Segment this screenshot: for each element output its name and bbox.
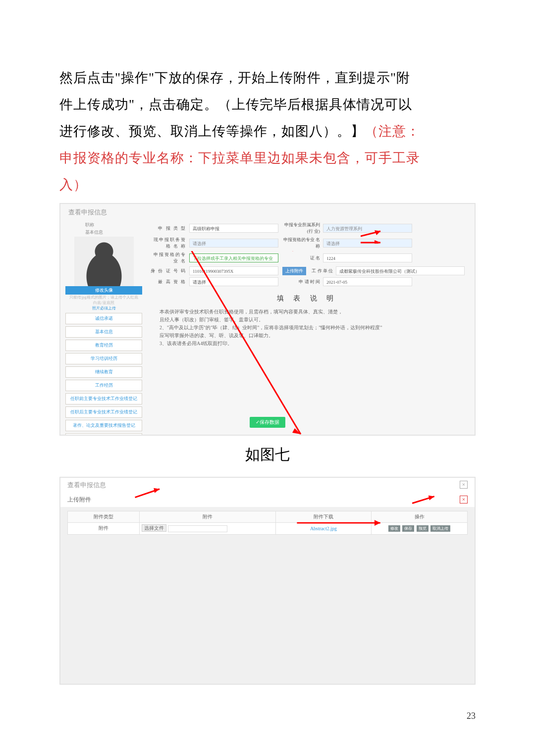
choose-file-button[interactable]: 选择文件 (142, 524, 166, 532)
form-label: 申报专业所属系列 (行 业) (278, 222, 323, 235)
fill-line: 本表供评审专业技术职务任职资格使用，且需存档，填写内容要具体、真实、清楚， (160, 308, 455, 316)
form-value: 11010119900307395X (189, 266, 278, 275)
para-line1: 然后点击"操作"下放的保存，开始上传附件，直到提示"附 (59, 70, 410, 85)
fill-line: 2、"高中及以上学历"的"毕（肄、结）业时间"，应将非选择项用笔划去；"懂何种外… (160, 324, 455, 332)
form-label: 申 请 时 间 (278, 279, 323, 285)
file-path-field (168, 525, 227, 532)
red-annotation-arrows-top (361, 229, 400, 244)
form-label: 最 高 资 格 (150, 279, 189, 285)
sidebar-item[interactable]: 任职后主要专业技术工作业绩登记 (65, 406, 142, 418)
op-save-button[interactable]: 保存 (402, 525, 414, 532)
op-cancel-upload-button[interactable]: 取消上传 (430, 525, 450, 532)
avatar-note3: 照片必须上传 (65, 305, 142, 311)
form-label: 身 份 证 号 码 (150, 268, 189, 274)
warn-part2: 申报资格的专业名称：下拉菜单里边如果未包含，可手工录 (59, 151, 420, 165)
form-label: 申报资格的专业 名 (150, 252, 189, 264)
sidebar-item[interactable]: 继续教育 (65, 366, 142, 378)
avatar-button[interactable]: 修改头像 (65, 286, 142, 295)
sidebar-item[interactable]: 诚信承诺 (65, 313, 142, 324)
fill-line: 且经人事（职改）部门审核、签字、盖章认可。 (160, 316, 455, 324)
save-data-button[interactable]: ✓保存数据 (250, 417, 285, 428)
avatar-note1: 只能传jpg格式的图片；请上传个人红底 (65, 295, 142, 300)
upload-attachment-button[interactable]: 上传附件 (282, 267, 306, 275)
svg-marker-1 (292, 428, 301, 434)
avatar-placeholder (74, 237, 134, 286)
form-label: 申报资格的专业 名 称 (278, 237, 323, 250)
form-label: 申 报 类 型 (150, 225, 189, 232)
sidebar-item[interactable]: 教育经历 (65, 340, 142, 351)
screenshot-figure-7: 查看申报信息 职称 基本信息 修改头像 只能传jpg格式的图片；请上传个人红底 … (59, 203, 476, 436)
figure-caption-7: 如图七 (59, 445, 476, 465)
fill-line: 3、该表请务必用A4纸双面打印。 (160, 340, 455, 348)
th-type: 附件类型 (68, 511, 140, 523)
warn-part3: 入） (59, 177, 87, 192)
sidebar-item[interactable]: 基本信息 (65, 326, 142, 338)
form-value: 2021-07-05 (323, 277, 412, 286)
screenshot-figure-8: 查看申报信息 × 上传附件 × 附件类型 附件 附件下载 操作 附件 选择文件 (59, 477, 476, 685)
avatar-note2: 白底/蓝底照 (65, 300, 142, 305)
sidebar-item[interactable]: 学习培训经历 (65, 353, 142, 364)
tab-zhicheng[interactable]: 职称 (85, 222, 142, 228)
tab-basicinfo[interactable]: 基本信息 (85, 229, 142, 236)
specialty-input[interactable]: 下拉选择或手工录入相关申报资格的专业 (189, 253, 278, 262)
form-label: 证 名 (278, 255, 323, 261)
op-modify-button[interactable]: 修改 (388, 525, 400, 532)
attachment-download-link[interactable]: Abstract2.jpg (310, 526, 337, 531)
warn-part1: （注意： (365, 124, 420, 139)
sidebar-item[interactable]: 考试成绩 (65, 433, 142, 436)
red-annotation-arrows-bottom (60, 478, 475, 684)
sidebar-item[interactable]: 工作经历 (65, 380, 142, 391)
th-operation: 操作 (372, 511, 468, 523)
form-value: 成都紫极传业科技股份有限公司（测试） (336, 266, 465, 275)
form-dropdown[interactable]: 请选择 (189, 239, 278, 248)
form-value: 高级职称申报 (189, 224, 278, 233)
fill-instructions-title: 填 表 说 明 (160, 293, 455, 304)
form-label: 工 作 单 位 (306, 268, 336, 274)
fill-line: 应写明掌握外语的读、写、听、说及笔、口译能力。 (160, 332, 455, 340)
row-type: 附件 (68, 523, 140, 535)
close-icon-inner[interactable]: × (460, 496, 468, 504)
close-icon[interactable]: × (460, 481, 468, 489)
form-label: 现申报职务资格 名 称 (150, 237, 189, 250)
window-title-2: 查看申报信息 (67, 481, 106, 490)
para-line2: 件上传成功"，点击确定。（上传完毕后根据具体情况可以 (59, 97, 412, 112)
window-title: 查看申报信息 (68, 208, 107, 217)
para-line3: 进行修改、预览、取消上传等操作，如图八）。】 (59, 124, 365, 139)
sidebar-item[interactable]: 著作、论文及重要技术报告登记 (65, 420, 142, 431)
upload-attachment-title: 上传附件 (67, 496, 91, 504)
op-preview-button[interactable]: 预览 (417, 525, 428, 532)
page-number: 23 (467, 711, 476, 721)
sidebar-item[interactable]: 任职前主要专业技术工作业绩登记 (65, 393, 142, 404)
form-value: 1224 (323, 253, 412, 262)
th-attachment: 附件 (140, 511, 275, 523)
form-dropdown[interactable]: 请选择 (189, 277, 278, 286)
th-download: 附件下载 (275, 511, 372, 523)
